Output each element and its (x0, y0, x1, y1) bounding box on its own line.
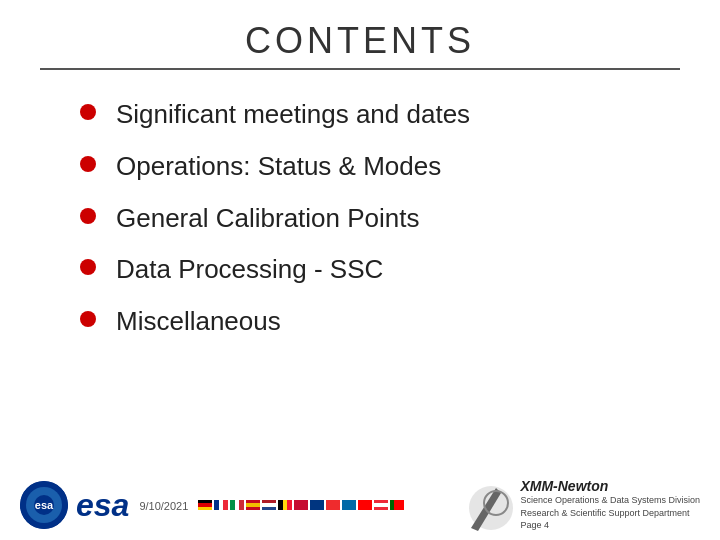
xmm-line1: Science Operations & Data Systems Divisi… (520, 494, 700, 507)
footer-text-block: XMM-Newton Science Operations & Data Sys… (520, 478, 700, 532)
date-label: 9/10/2021 (139, 500, 188, 512)
list-item: Operations: Status & Modes (80, 150, 720, 184)
xmm-line2: Research & Scientific Support Department (520, 507, 700, 520)
title-section: CONTENTS (0, 0, 720, 78)
flag-pt (390, 500, 404, 510)
footer-date: 9/10/2021 (139, 496, 188, 514)
xmm-title: XMM-Newton (520, 478, 700, 494)
xmm-logo (466, 483, 510, 527)
bullet-icon (80, 156, 96, 172)
flag-ch (358, 500, 372, 510)
flag-no (326, 500, 340, 510)
flag-se (342, 500, 356, 510)
flag-es (246, 500, 260, 510)
svg-text:esa: esa (35, 499, 54, 511)
content-list: Significant meetings and dates Operation… (0, 98, 720, 339)
bullet-icon (80, 104, 96, 120)
esa-text-logo: esa (76, 487, 129, 524)
list-item: Significant meetings and dates (80, 98, 720, 132)
list-item: General Calibration Points (80, 202, 720, 236)
xmm-line3: Page 4 (520, 519, 700, 532)
title-divider (40, 68, 680, 70)
list-item-text: Operations: Status & Modes (116, 150, 441, 184)
esa-circle-logo: esa (20, 481, 68, 529)
flag-fi (310, 500, 324, 510)
bullet-icon (80, 259, 96, 275)
flag-it (230, 500, 244, 510)
list-item-text: Significant meetings and dates (116, 98, 470, 132)
flag-strip (198, 500, 404, 510)
bullet-icon (80, 208, 96, 224)
footer-right: XMM-Newton Science Operations & Data Sys… (466, 478, 700, 532)
bullet-icon (80, 311, 96, 327)
flag-de (198, 500, 212, 510)
footer-left: esa esa 9/10/2021 (20, 481, 404, 529)
flag-nl (262, 500, 276, 510)
footer: esa esa 9/10/2021 (0, 470, 720, 540)
flag-at (374, 500, 388, 510)
list-item-text: General Calibration Points (116, 202, 420, 236)
flag-be (278, 500, 292, 510)
page-container: CONTENTS Significant meetings and dates … (0, 0, 720, 540)
page-title: CONTENTS (0, 20, 720, 62)
list-item-text: Data Processing - SSC (116, 253, 383, 287)
list-item-text: Miscellaneous (116, 305, 281, 339)
list-item: Miscellaneous (80, 305, 720, 339)
esa-logo: esa esa (20, 481, 129, 529)
flag-dk (294, 500, 308, 510)
flag-fr (214, 500, 228, 510)
list-item: Data Processing - SSC (80, 253, 720, 287)
